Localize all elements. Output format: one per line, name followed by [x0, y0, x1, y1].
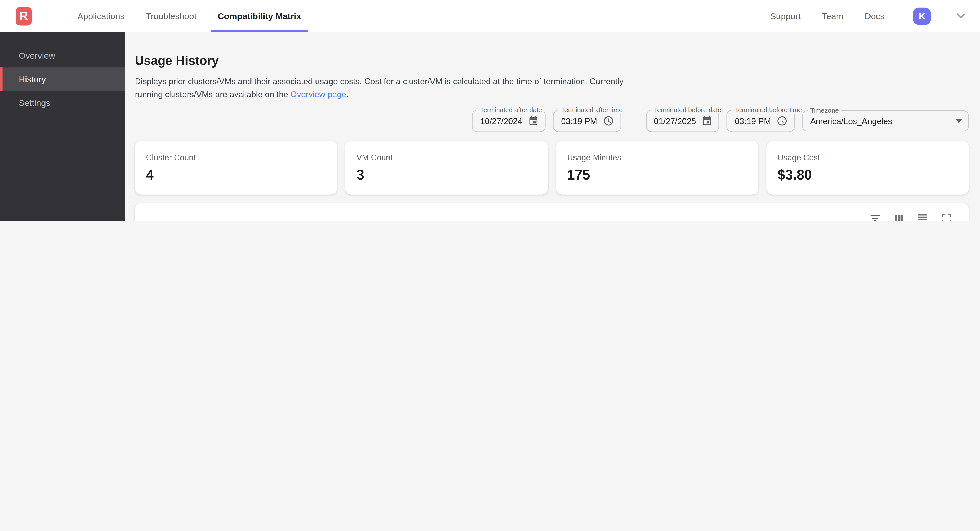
stat-card-cluster-count: Cluster Count4	[135, 141, 337, 194]
overview-page-link[interactable]: Overview page	[291, 90, 346, 100]
filter-field-terminated-before-time[interactable]: Terminated before time03:19 PM	[727, 109, 795, 132]
nav-link-support[interactable]: Support	[770, 11, 801, 21]
calendar-icon[interactable]	[702, 116, 713, 126]
chevron-down-icon[interactable]	[956, 13, 965, 19]
usage-table-card: ActionsName↑↓By↑↓Cost↑↓Distribution↑↓Typ…	[135, 203, 969, 221]
replicated-logo[interactable]: R	[16, 6, 32, 25]
filter-range-separator: —	[629, 116, 638, 126]
description-text: Displays prior clusters/VMs and their as…	[135, 77, 624, 99]
nav-tab-compatibility-matrix[interactable]: Compatibility Matrix	[207, 0, 312, 32]
stat-card-usage-cost: Usage Cost$3.80	[767, 141, 969, 194]
sidebar-item-settings[interactable]: Settings	[0, 91, 125, 114]
fullscreen-icon[interactable]	[940, 212, 953, 221]
top-nav: R ApplicationsTroubleshootCompatibility …	[0, 0, 980, 32]
stat-card-usage-minutes: Usage Minutes175	[556, 141, 758, 194]
density-icon[interactable]	[916, 212, 929, 221]
clock-icon[interactable]	[776, 115, 788, 127]
filter-bar: Terminated after date10/27/2024Terminate…	[472, 109, 969, 132]
nav-tab-troubleshoot[interactable]: Troubleshoot	[135, 0, 207, 32]
stat-card-vm-count: VM Count3	[345, 141, 548, 194]
calendar-icon[interactable]	[528, 116, 539, 126]
page-title: Usage History	[135, 54, 969, 68]
sidebar: OverviewHistorySettings	[0, 32, 125, 221]
table-toolbar	[135, 203, 969, 221]
nav-link-docs[interactable]: Docs	[864, 11, 885, 21]
user-avatar[interactable]: K	[913, 7, 931, 25]
filter-field-timezone[interactable]: TimezoneAmerica/Los_Angeles	[802, 110, 969, 132]
filter-field-terminated-before-date[interactable]: Terminated before date01/27/2025	[646, 109, 719, 132]
filter-field-terminated-after-time[interactable]: Terminated after time03:19 PM	[553, 109, 621, 132]
columns-icon[interactable]	[892, 212, 905, 221]
nav-tab-applications[interactable]: Applications	[67, 0, 135, 32]
nav-link-team[interactable]: Team	[822, 11, 843, 21]
nav-right-links: SupportTeamDocs	[770, 11, 885, 21]
page-shell: OverviewHistorySettings Usage History Di…	[0, 32, 980, 221]
app-root: R ApplicationsTroubleshootCompatibility …	[0, 0, 980, 221]
description-period: .	[346, 90, 348, 100]
stat-cards: Cluster Count4VM Count3Usage Minutes175U…	[135, 141, 969, 194]
filter-field-terminated-after-date[interactable]: Terminated after date10/27/2024	[472, 109, 546, 132]
filter-icon[interactable]	[869, 212, 881, 221]
primary-nav-tabs: ApplicationsTroubleshootCompatibility Ma…	[67, 0, 312, 32]
dropdown-arrow-icon[interactable]	[956, 119, 962, 123]
sidebar-item-overview[interactable]: Overview	[0, 44, 125, 67]
clock-icon[interactable]	[603, 115, 614, 127]
main-content: Usage History Displays prior clusters/VM…	[125, 32, 980, 221]
page-description: Displays prior clusters/VMs and their as…	[135, 75, 629, 101]
sidebar-item-history[interactable]: History	[0, 67, 125, 91]
nav-right: SupportTeamDocs K	[770, 7, 965, 25]
